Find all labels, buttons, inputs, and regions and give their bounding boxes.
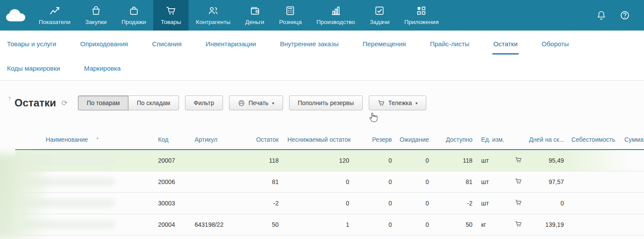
refresh-icon[interactable]: ⟳ bbox=[61, 99, 67, 108]
topnav-item-label: Приложения bbox=[404, 19, 438, 25]
notifications-bell-icon[interactable] bbox=[596, 10, 607, 20]
cell-available: 50 bbox=[433, 214, 477, 235]
cell-article bbox=[189, 171, 246, 192]
page-help-icon[interactable]: ? bbox=[8, 96, 11, 102]
by-warehouses-button[interactable]: По складам bbox=[128, 96, 179, 110]
stock-table: Наименование▲ Код Артикул Остаток Несниж… bbox=[15, 123, 644, 236]
replenish-reserves-button[interactable]: Пополнить резервы bbox=[289, 96, 363, 110]
cell-stock: -2 bbox=[246, 192, 287, 214]
cell-available: 81 bbox=[433, 171, 477, 192]
product-name-redacted bbox=[21, 221, 115, 228]
cell-reserve: 0 bbox=[361, 192, 396, 214]
subnav-item-kody-markirovki[interactable]: Коды маркировки bbox=[7, 65, 60, 72]
cell-min-stock: 0 bbox=[287, 192, 361, 214]
table-row[interactable]: 20007 118 120 0 0 118 шт 95,49 bbox=[15, 150, 644, 171]
main-menu: Показатели Закупки Продажи Товары Контра… bbox=[31, 0, 446, 31]
cell-cost bbox=[568, 171, 618, 192]
cell-reserve: 0 bbox=[361, 150, 396, 171]
cell-unit: шт bbox=[477, 192, 507, 214]
col-header-days-in-stock[interactable]: Дней на ск... bbox=[529, 123, 568, 150]
subnav-item-inventarizacii[interactable]: Инвентаризации bbox=[206, 40, 256, 48]
product-name-redacted bbox=[21, 157, 115, 164]
by-products-button[interactable]: По товарам bbox=[78, 96, 128, 110]
cart-menu-button[interactable]: Тележка ▾ bbox=[369, 96, 427, 110]
col-header-available[interactable]: Доступно bbox=[433, 123, 477, 150]
print-label: Печать bbox=[249, 99, 269, 106]
subnav-item-ostatki[interactable]: Остатки bbox=[493, 40, 518, 48]
subnav-item-spisaniya[interactable]: Списания bbox=[152, 40, 182, 48]
cell-expected: 0 bbox=[396, 150, 433, 171]
metrics-icon bbox=[49, 5, 60, 16]
subnav-item-oboroty[interactable]: Обороты bbox=[542, 40, 569, 48]
moysklad-app: Показатели Закупки Продажи Товары Контра… bbox=[0, 0, 644, 239]
add-to-cart-icon[interactable] bbox=[515, 156, 522, 164]
filter-button[interactable]: Фильтр bbox=[185, 96, 223, 110]
money-wallet-icon bbox=[250, 5, 260, 16]
col-header-stock[interactable]: Остаток bbox=[246, 123, 287, 150]
cell-code: 20004 bbox=[150, 214, 189, 235]
col-header-cost[interactable]: Себестоимость bbox=[568, 123, 618, 150]
cell-cart bbox=[507, 150, 529, 171]
topnav-item-tovary[interactable]: Товары bbox=[153, 0, 188, 31]
topnav-item-label: Деньги bbox=[245, 19, 264, 25]
sort-asc-icon: ▲ bbox=[96, 136, 99, 140]
topnav-item-kontragenty[interactable]: Контрагенты bbox=[189, 0, 238, 31]
topnav-item-proizvodstvo[interactable]: Производство bbox=[309, 0, 362, 31]
products-cart-icon bbox=[165, 5, 176, 16]
col-header-min-stock[interactable]: Неснижаемый остаток bbox=[287, 123, 361, 150]
col-header-name-label: Наименование bbox=[46, 136, 88, 143]
table-row[interactable]: 20004 643198/22 50 1 0 0 50 кг 139,19 bbox=[15, 214, 644, 235]
printer-icon bbox=[238, 99, 245, 107]
topnav-item-prilozheniya[interactable]: Приложения bbox=[397, 0, 446, 31]
cell-days-in-stock: 95,49 bbox=[529, 150, 568, 171]
subnav-item-oprihodovaniya[interactable]: Оприходования bbox=[80, 40, 128, 48]
topnav-item-label: Закупки bbox=[85, 19, 107, 25]
add-to-cart-icon[interactable] bbox=[515, 178, 522, 185]
topnav-item-zadachi[interactable]: Задачи bbox=[362, 0, 397, 31]
cell-name bbox=[15, 171, 150, 192]
subnav-item-vnutrennie-zakazy[interactable]: Внутренние заказы bbox=[280, 40, 339, 48]
col-header-reserve[interactable]: Резерв bbox=[361, 123, 396, 150]
product-name-redacted bbox=[21, 200, 115, 207]
cell-min-stock: 0 bbox=[287, 171, 361, 192]
add-to-cart-icon[interactable] bbox=[515, 199, 522, 206]
topnav-item-label: Контрагенты bbox=[196, 19, 231, 25]
subnav-item-markirovka[interactable]: Маркировка bbox=[84, 65, 121, 72]
add-to-cart-icon[interactable] bbox=[515, 220, 522, 228]
table-row[interactable]: 20006 81 0 0 0 81 шт 97,57 bbox=[15, 171, 644, 192]
col-header-article[interactable]: Артикул bbox=[189, 123, 246, 150]
subnav-row-1: Товары и услуги Оприходования Списания И… bbox=[0, 31, 644, 56]
topnav-item-dengi[interactable]: Деньги bbox=[238, 0, 272, 31]
chevron-down-icon: ▾ bbox=[415, 101, 418, 106]
cell-cart bbox=[507, 214, 529, 235]
cell-stock: 118 bbox=[246, 150, 287, 171]
help-icon[interactable] bbox=[620, 10, 630, 20]
view-toggle-group: По товарам По складам bbox=[78, 96, 179, 110]
topnav-item-label: Товары bbox=[161, 19, 181, 25]
cell-expected: 0 bbox=[396, 171, 433, 192]
subnav-item-peremescheniya[interactable]: Перемещения bbox=[363, 40, 406, 48]
topnav-right-icons bbox=[596, 0, 644, 31]
col-header-code[interactable]: Код bbox=[150, 123, 189, 150]
counterparties-icon bbox=[208, 5, 219, 16]
sales-icon bbox=[128, 5, 139, 16]
col-header-sum[interactable]: Сумма bbox=[618, 123, 644, 150]
topnav-item-pokazateli[interactable]: Показатели bbox=[31, 0, 78, 31]
cell-cost bbox=[568, 150, 618, 171]
topnav-item-label: Показатели bbox=[39, 19, 71, 25]
cell-sum bbox=[618, 192, 644, 214]
subnav-item-prais-listy[interactable]: Прайс-листы bbox=[430, 40, 469, 48]
production-chart-icon bbox=[330, 5, 341, 16]
topnav-item-roznica[interactable]: Розница bbox=[272, 0, 309, 31]
moysklad-logo[interactable] bbox=[0, 0, 31, 31]
cell-unit: кг bbox=[477, 214, 507, 235]
col-header-name[interactable]: Наименование▲ bbox=[15, 123, 150, 150]
subnav-item-tovary-i-uslugi[interactable]: Товары и услуги bbox=[7, 40, 56, 48]
col-header-unit[interactable]: Ед. изм. bbox=[477, 123, 507, 150]
print-button[interactable]: Печать ▾ bbox=[229, 96, 283, 110]
apps-grid-icon bbox=[416, 5, 427, 16]
topnav-item-prodazhi[interactable]: Продажи bbox=[114, 0, 153, 31]
col-header-expected[interactable]: Ожидание bbox=[396, 123, 433, 150]
topnav-item-zakupki[interactable]: Закупки bbox=[78, 0, 114, 31]
table-row[interactable]: 30003 -2 0 0 0 -2 шт 0 bbox=[15, 192, 644, 214]
